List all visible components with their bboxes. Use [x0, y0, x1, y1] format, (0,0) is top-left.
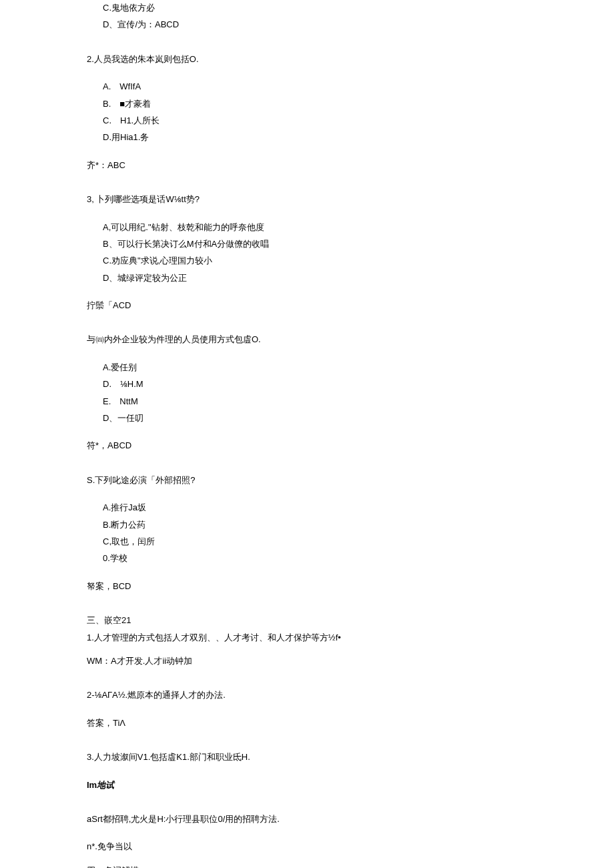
section4-heading: 四、名词解描 — [87, 863, 527, 868]
q2-option-d: D.用Hia1.务 — [87, 129, 527, 145]
q4-option-d: D、一任叨 — [87, 410, 527, 426]
q4-option-b: D. ⅛H.M — [87, 376, 527, 392]
section3-q2: 2-⅛AГA½.燃原本的通择人才的办法. — [87, 687, 527, 703]
q3-answer: 拧鬃「ACD — [87, 298, 527, 313]
q5-answer: 帑案，BCD — [87, 578, 527, 594]
q4-option-a: A.爱任别 — [87, 360, 527, 375]
q2-stem: 2.人员我选的朱本岚则包括O. — [87, 51, 527, 67]
q3-option-b: B、可以行长第决订么M付和A分做僚的收唱 — [87, 236, 527, 252]
section3-q2-answer: 答案，TiΛ — [87, 715, 527, 731]
q4-answer: 符*，ABCD — [87, 438, 527, 453]
section3-q4-answer: n*.免争当以 — [87, 839, 527, 854]
q5-stem: S.下列叱途必演「外部招照? — [87, 472, 527, 488]
q2-option-b: B. ■才豪着 — [87, 96, 527, 111]
q5-option-c: C,取也，闰所 — [87, 534, 527, 549]
q2-option-a: A. WfIfA — [87, 79, 527, 94]
q4-stem: 与㈣内外企业较为件理的人员使用方式包䖒O. — [87, 332, 527, 347]
section3-q4: aSrt都招聘,尤火是H:小行理县职位0/用的招聘方法. — [87, 811, 527, 827]
section3-q1: 1.人才管理的方式包括人才双别、、人才考讨、和人才保护等方½f• — [87, 630, 527, 645]
q1-option-d: D、宣传/为：ABCD — [87, 17, 527, 32]
section3-q3-answer-suffix: 地试 — [97, 780, 114, 790]
section3-q1-answer: WM：A才开发.人才ii动钟加 — [87, 653, 527, 669]
q2-answer: 齐*：ABC — [87, 157, 527, 173]
q3-option-c: C.劝应典"求说,心理国力较小 — [87, 253, 527, 268]
q3-option-d: D、城绿评定较为公正 — [87, 270, 527, 286]
q2-option-c: C. H1.人所长 — [87, 113, 527, 128]
q5-option-b: B.断力公药 — [87, 517, 527, 532]
section3-q3-answer: Im地试 — [87, 777, 527, 793]
section3-q3-answer-prefix: Im — [87, 780, 97, 790]
q3-stem: 3, 卜列哪些选项是话W⅛tt势? — [87, 191, 527, 207]
q3-option-a: A,可以用纪."钻射、枝乾和能力的呼奈他度 — [87, 220, 527, 235]
q4-option-c: E. NttM — [87, 394, 527, 409]
q1-option-c: C.鬼地依方必 — [87, 0, 527, 15]
q5-option-a: A.推行Ja坂 — [87, 500, 527, 515]
section3-heading: 三、嵌空21 — [87, 612, 527, 628]
section3-q3: 3.人力坡溆间V1.包括䖒K1.部门和职业氐H. — [87, 749, 527, 765]
q5-option-d: 0.学校 — [87, 550, 527, 566]
